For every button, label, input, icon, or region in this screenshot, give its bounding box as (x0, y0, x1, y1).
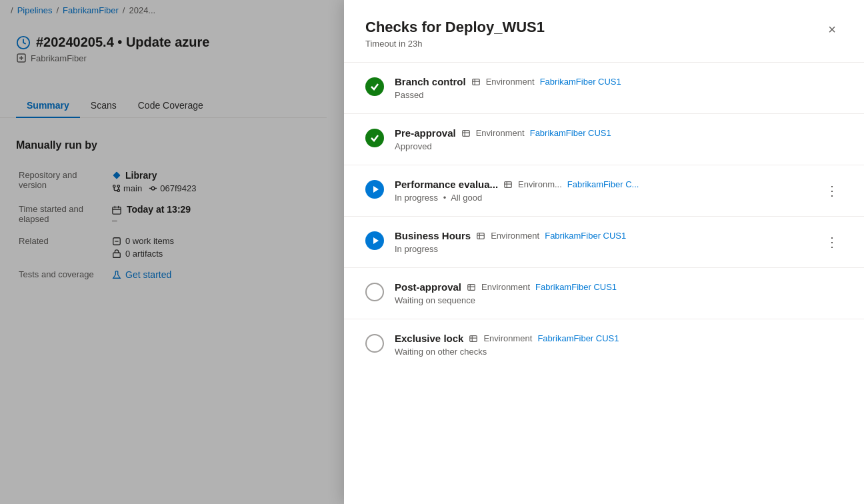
check-name-business: Business Hours (395, 230, 471, 241)
checkmark-icon-2 (369, 133, 380, 143)
check-status-0: Passed (395, 90, 843, 100)
check-name-preapproval: Pre-approval (395, 127, 456, 139)
status-icon-waiting-2 (365, 334, 384, 353)
svg-rect-30 (477, 233, 485, 239)
status-icon-passed-2 (365, 129, 384, 147)
svg-marker-25 (373, 186, 379, 193)
env-icon-6 (469, 334, 478, 343)
svg-marker-29 (373, 237, 379, 244)
check-status-3: In progress (395, 244, 811, 254)
check-status-2: In progress • All good (395, 193, 811, 203)
modal-header: Checks for Deploy_WUS1 Timeout in 23h × (344, 0, 864, 63)
check-item-post-approval: Post-approval Environment FabrikamFiber … (344, 268, 864, 319)
check-env-label-2: Environm... (518, 179, 562, 189)
svg-rect-26 (505, 181, 512, 187)
check-status-4: Waiting on sequence (395, 295, 843, 305)
check-item-branch-control: Branch control Environment FabrikamFiber… (344, 63, 864, 114)
check-item-pre-approval: Pre-approval Environment FabrikamFiber C… (344, 114, 864, 165)
env-icon-5 (467, 283, 476, 292)
check-status-1: Approved (395, 141, 843, 151)
check-name-postapproval: Post-approval (395, 281, 461, 293)
status-icon-waiting (365, 283, 384, 301)
check-list: Branch control Environment FabrikamFiber… (344, 63, 864, 504)
check-env-label-4: Environment (481, 282, 530, 292)
check-env-link-4[interactable]: FabrikamFiber CUS1 (535, 282, 617, 292)
play-icon (371, 185, 379, 193)
svg-rect-19 (472, 79, 479, 85)
more-button-business[interactable]: ⋮ (821, 231, 843, 253)
check-name-branch: Branch control (395, 76, 466, 87)
play-icon-2 (371, 237, 379, 245)
status-icon-inprogress-2 (365, 231, 384, 250)
status-icon-passed (365, 77, 384, 96)
svg-rect-36 (470, 335, 477, 341)
env-icon-3 (503, 180, 513, 189)
more-button-performance[interactable]: ⋮ (821, 180, 843, 201)
check-item-performance: Performance evalua... Environm... Fabrik… (344, 165, 864, 217)
modal-subtitle: Timeout in 23h (365, 39, 545, 49)
check-env-label-0: Environment (486, 77, 535, 87)
check-item-business-hours: Business Hours Environment FabrikamFiber… (344, 217, 864, 268)
status-icon-inprogress (365, 180, 384, 199)
modal-title: Checks for Deploy_WUS1 (365, 19, 545, 36)
check-env-link-2[interactable]: FabrikamFiber C... (567, 179, 639, 189)
check-name-exclusivelock: Exclusive lock (395, 333, 463, 344)
checkmark-icon (369, 81, 380, 92)
check-status-5: Waiting on other checks (395, 347, 843, 357)
check-env-link-1[interactable]: FabrikamFiber CUS1 (530, 128, 611, 138)
check-name-performance: Performance evalua... (395, 179, 498, 190)
svg-rect-33 (468, 284, 475, 290)
env-icon-2 (461, 129, 471, 138)
svg-rect-22 (462, 130, 469, 136)
check-env-label-3: Environment (491, 231, 539, 241)
check-env-label-1: Environment (476, 128, 525, 138)
check-env-link-3[interactable]: FabrikamFiber CUS1 (545, 231, 626, 241)
check-env-link-5[interactable]: FabrikamFiber CUS1 (537, 333, 619, 343)
env-icon-4 (476, 231, 485, 241)
env-icon (471, 77, 481, 87)
close-button[interactable]: × (821, 19, 843, 40)
check-env-link-0[interactable]: FabrikamFiber CUS1 (540, 77, 621, 87)
check-item-exclusive-lock: Exclusive lock Environment FabrikamFiber… (344, 319, 864, 370)
checks-modal: Checks for Deploy_WUS1 Timeout in 23h × … (344, 0, 864, 504)
check-env-label-5: Environment (483, 333, 532, 343)
